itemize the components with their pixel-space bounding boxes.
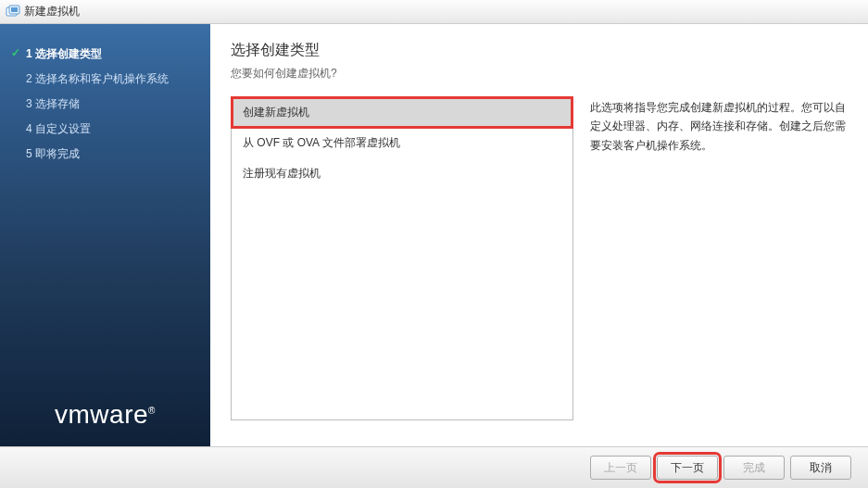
description-text: 此选项将指导您完成创建新虚拟机的过程。您可以自定义处理器、内存、网络连接和存储。… <box>590 101 846 152</box>
option-deploy-ovf-ova[interactable]: 从 OVF 或 OVA 文件部署虚拟机 <box>232 128 572 158</box>
registered-mark: ® <box>148 406 156 416</box>
description-panel: 此选项将指导您完成创建新虚拟机的过程。您可以自定义处理器、内存、网络连接和存储。… <box>590 96 848 430</box>
option-label: 创建新虚拟机 <box>243 106 309 119</box>
option-register-existing-vm[interactable]: 注册现有虚拟机 <box>232 158 572 189</box>
option-label: 注册现有虚拟机 <box>243 167 321 180</box>
option-panel: 创建新虚拟机 从 OVF 或 OVA 文件部署虚拟机 注册现有虚拟机 <box>231 96 573 420</box>
content-area: 选择创建类型 您要如何创建虚拟机? 创建新虚拟机 从 OVF 或 OVA 文件部… <box>210 24 868 446</box>
wizard-sidebar: 1 选择创建类型 2 选择名称和客户机操作系统 3 选择存储 4 自定义设置 5… <box>0 24 210 446</box>
vm-icon <box>6 5 20 19</box>
step-label: 2 选择名称和客户机操作系统 <box>26 72 169 85</box>
step-label: 3 选择存储 <box>26 97 80 110</box>
option-label: 从 OVF 或 OVA 文件部署虚拟机 <box>243 136 400 149</box>
back-button: 上一页 <box>590 456 651 480</box>
next-button[interactable]: 下一页 <box>657 456 718 480</box>
step-4: 4 自定义设置 <box>9 118 210 141</box>
window-title: 新建虚拟机 <box>24 4 80 19</box>
step-1[interactable]: 1 选择创建类型 <box>9 43 210 66</box>
step-list: 1 选择创建类型 2 选择名称和客户机操作系统 3 选择存储 4 自定义设置 5… <box>0 43 210 168</box>
step-label: 1 选择创建类型 <box>26 47 102 60</box>
option-create-new-vm[interactable]: 创建新虚拟机 <box>232 97 572 128</box>
logo-text: vmware <box>55 400 148 429</box>
main-container: 1 选择创建类型 2 选择名称和客户机操作系统 3 选择存储 4 自定义设置 5… <box>0 24 868 446</box>
title-bar: 新建虚拟机 <box>0 0 868 24</box>
step-2: 2 选择名称和客户机操作系统 <box>9 68 210 91</box>
svg-rect-2 <box>11 7 18 12</box>
content-header: 选择创建类型 您要如何创建虚拟机? <box>231 41 848 96</box>
page-subheading: 您要如何创建虚拟机? <box>231 66 848 81</box>
step-5: 5 即将完成 <box>9 143 210 166</box>
step-3: 3 选择存储 <box>9 93 210 116</box>
page-heading: 选择创建类型 <box>231 41 848 60</box>
footer: 上一页 下一页 完成 取消 <box>0 446 868 488</box>
cancel-button[interactable]: 取消 <box>790 456 851 480</box>
finish-button: 完成 <box>723 456 785 480</box>
vmware-logo: vmware® <box>0 400 210 430</box>
step-label: 5 即将完成 <box>26 147 80 160</box>
step-label: 4 自定义设置 <box>26 122 91 135</box>
content-body: 创建新虚拟机 从 OVF 或 OVA 文件部署虚拟机 注册现有虚拟机 此选项将指… <box>231 96 848 430</box>
